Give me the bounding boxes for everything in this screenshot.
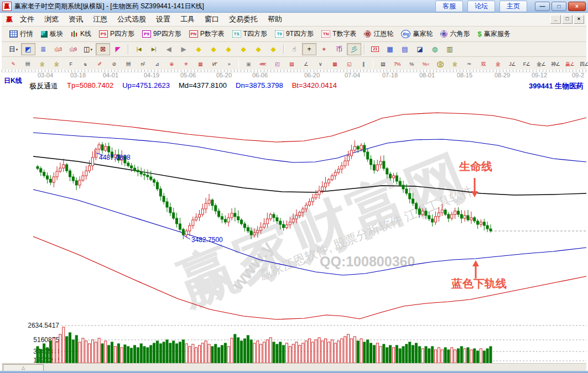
minimize-button[interactable]: — — [535, 2, 550, 11]
jifan-channel-toggle[interactable]: ⊠ — [96, 43, 110, 55]
candle-style-selector[interactable]: ◫▾ — [81, 43, 95, 55]
fibonacci-icon[interactable]: F — [64, 58, 78, 70]
gold-circle-icon[interactable]: 金 — [433, 58, 447, 70]
bars-9-icon[interactable]: 山9 — [66, 43, 80, 55]
double-wave-icon[interactable]: 双 — [476, 58, 491, 70]
box-fan-icon[interactable]: ◰ — [270, 58, 284, 70]
percent-icon[interactable]: % — [404, 58, 419, 70]
restore-button[interactable]: □ — [551, 2, 566, 11]
diamond-zoom-in-icon[interactable]: ◆ — [266, 43, 280, 55]
red-grid-icon[interactable]: ▦ — [327, 58, 342, 70]
notes-icon[interactable]: ▤ — [398, 43, 412, 55]
stamp-tool-icon[interactable]: 币 — [332, 43, 346, 55]
histogram-icon[interactable]: ◤ — [111, 43, 125, 55]
wave-mark-icon[interactable]: И” — [207, 58, 222, 70]
grid-arrow-icon[interactable]: ◱ — [342, 58, 356, 70]
t-square-button[interactable]: TST四方形 — [229, 28, 270, 40]
menu-item-7[interactable]: 窗口 — [200, 13, 224, 25]
first-page-icon[interactable]: |◀ — [132, 43, 146, 55]
menu-item-9[interactable]: 帮助 — [263, 13, 287, 25]
gold-extension-icon[interactable]: 金 — [49, 58, 64, 70]
homepage-button[interactable]: 主页 — [499, 1, 527, 12]
f-angle-icon[interactable]: F∠ — [519, 58, 534, 70]
gann-fan-icon[interactable]: ⋘ — [256, 58, 270, 70]
angle-mirror-icon[interactable]: ⊿ — [150, 58, 164, 70]
quotes-button[interactable]: 行情 — [6, 28, 37, 40]
win-angle-icon[interactable]: 赢∠ — [563, 58, 577, 70]
tick-ruler-icon[interactable]: 卌 — [20, 58, 35, 70]
main-chart-toggle-icon[interactable]: ◩ — [21, 43, 35, 55]
more-tools-chevron[interactable]: » — [222, 58, 236, 70]
menu-item-8[interactable]: 交易委托 — [224, 13, 263, 25]
menu-item-5[interactable]: 设置 — [151, 13, 175, 25]
ninep-square-button[interactable]: P99P四方形 — [139, 28, 185, 40]
next-bar-icon[interactable]: ▶ — [176, 43, 191, 55]
crosshair-icon[interactable]: + — [302, 43, 316, 55]
four-angle-icon[interactable]: 四∠ — [577, 58, 588, 70]
gann-wheel-button[interactable]: 江恩轮 — [361, 28, 397, 40]
percent-line-icon[interactable]: %= — [419, 58, 433, 70]
bars-3-icon[interactable]: 山3 — [51, 43, 65, 55]
menu-item-2[interactable]: 资讯 — [64, 13, 88, 25]
parallel-lines-icon[interactable]: ∥ — [356, 58, 371, 70]
info-board-icon[interactable]: ≣ — [36, 43, 50, 55]
last-page-icon[interactable]: ▶| — [147, 43, 161, 55]
select-box-icon[interactable]: ▣ — [241, 58, 256, 70]
chart-canvas[interactable]: 赢家财富网赢家江恩软件, 股票分析软件 江恩工具软件www.yQQ:100800… — [2, 70, 586, 363]
measure-pen-icon[interactable]: ✐ — [92, 58, 107, 70]
menu-item-6[interactable]: 工具 — [175, 13, 200, 25]
gold-line-icon[interactable]: 金 — [447, 58, 462, 70]
winner-service-button[interactable]: $赢家服务 — [474, 28, 513, 40]
j-angle-icon[interactable]: J∠ — [505, 58, 519, 70]
box-lines-icon[interactable]: ▨ — [284, 58, 299, 70]
menu-item-0[interactable]: 文件 — [15, 13, 39, 25]
time-ruler-icon[interactable]: 卌 — [121, 58, 136, 70]
square-n2-icon[interactable]: n² — [136, 58, 150, 70]
sectors-button[interactable]: 板块 — [38, 28, 66, 40]
brush-measure-icon[interactable]: ✑ — [462, 58, 476, 70]
t-number-button[interactable]: TNT数字表 — [318, 28, 360, 40]
diamond-zoom-out-icon[interactable]: ◆ — [251, 43, 266, 55]
menu-item-4[interactable]: 公式选股 — [112, 13, 151, 25]
gold-section-icon[interactable]: 金 — [35, 58, 49, 70]
mdi-close-button[interactable]: × — [574, 15, 584, 24]
scribble-tool-icon[interactable]: 彡 — [347, 43, 361, 55]
diamond-shift-left-icon[interactable]: ◆ — [191, 43, 206, 55]
gann-circle-icon[interactable]: ⊕ — [164, 58, 179, 70]
calculator-icon[interactable]: ▦ — [383, 43, 397, 55]
mdi-minimize-button[interactable]: _ — [550, 15, 561, 24]
percent-7-icon[interactable]: 7% — [390, 58, 404, 70]
mdi-restore-button[interactable]: □ — [562, 15, 573, 24]
close-button[interactable]: × — [568, 2, 586, 11]
angle-lines-icon[interactable]: ∠ — [299, 58, 313, 70]
gold-angle-base-icon[interactable]: 金 — [491, 58, 505, 70]
calendar-icon[interactable]: 21 — [368, 43, 382, 55]
period-day-selector[interactable]: 日▾ — [6, 43, 20, 55]
gann-grid-box-icon[interactable]: ▦ — [193, 58, 207, 70]
gold-angle-icon[interactable]: 金∠ — [534, 58, 548, 70]
menu-item-3[interactable]: 江恩 — [88, 13, 112, 25]
zigzag-icon[interactable]: ∨ — [313, 58, 327, 70]
p-number-button[interactable]: PNP数字表 — [186, 28, 228, 40]
pen-tool-icon[interactable]: ✎ — [6, 58, 20, 70]
menu-item-1[interactable]: 浏览 — [39, 13, 64, 25]
diamond-shift-right-icon[interactable]: ◆ — [206, 43, 221, 55]
price-ruler-icon[interactable]: ▤ — [376, 58, 390, 70]
web-export-icon[interactable]: ◍ — [428, 43, 442, 55]
ninet-square-button[interactable]: T99T四方形 — [272, 28, 317, 40]
spiral-icon[interactable]: ҩ — [78, 58, 92, 70]
save-icon[interactable]: ◪ — [413, 43, 427, 55]
diamond-compress-v-icon[interactable]: ◆ — [236, 43, 251, 55]
gann-star-icon[interactable]: ✳ — [179, 58, 193, 70]
forum-button[interactable]: 论坛 — [467, 1, 495, 12]
kline-button[interactable]: K线 — [67, 28, 95, 40]
cycle-circle-icon[interactable]: ⊘ — [107, 58, 121, 70]
pick-tool-icon[interactable]: ⌖ — [317, 43, 331, 55]
pan-hand-icon[interactable]: ☝ — [287, 43, 301, 55]
diamond-compress-h-icon[interactable]: ◆ — [221, 43, 236, 55]
prev-bar-icon[interactable]: ◀ — [162, 43, 176, 55]
p-square-button[interactable]: PSP四方形 — [96, 28, 138, 40]
hexagon-button[interactable]: 六角形 — [437, 28, 473, 40]
customer-service-button[interactable]: 客服 — [435, 1, 463, 12]
winner-wheel-button[interactable]: Big赢家轮 — [398, 28, 436, 40]
